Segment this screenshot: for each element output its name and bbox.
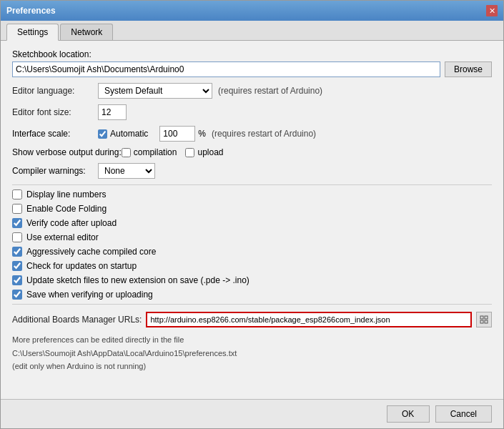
- verify-code-label: Verify code after upload: [26, 218, 117, 228]
- settings-content: Sketchbook location: Browse Editor langu…: [1, 41, 503, 399]
- svg-rect-1: [485, 316, 488, 319]
- expand-icon: [480, 315, 488, 324]
- editor-font-size-input[interactable]: [98, 104, 127, 120]
- title-bar: Preferences ✕: [1, 1, 503, 21]
- check-updates-checkbox[interactable]: [12, 261, 22, 271]
- enable-code-folding-checkbox[interactable]: [12, 204, 22, 214]
- list-item: Save when verifying or uploading: [12, 290, 492, 300]
- browse-button[interactable]: Browse: [445, 61, 492, 77]
- preferences-window: Preferences ✕ Settings Network Sketchboo…: [0, 0, 504, 429]
- display-line-numbers-label: Display line numbers: [26, 189, 106, 199]
- tabs-container: Settings Network: [1, 21, 503, 41]
- svg-rect-3: [485, 320, 488, 323]
- tab-network[interactable]: Network: [60, 24, 113, 40]
- list-item: Check for updates on startup: [12, 261, 492, 271]
- scale-hint: (requires restart of Arduino): [212, 129, 316, 139]
- window-title: Preferences: [6, 6, 56, 16]
- display-line-numbers-checkbox[interactable]: [12, 189, 22, 199]
- verbose-label: Show verbose output during:: [12, 147, 122, 157]
- file-info-section: More preferences can be edited directly …: [12, 333, 492, 373]
- compiler-warnings-row: Compiler warnings: None: [12, 163, 492, 179]
- save-when-verifying-label: Save when verifying or uploading: [26, 290, 153, 300]
- divider: [12, 184, 492, 185]
- compiler-warnings-select[interactable]: None: [98, 163, 155, 179]
- sketchbook-input[interactable]: [12, 61, 440, 77]
- editor-font-size-label: Editor font size:: [12, 107, 98, 117]
- upload-checkbox-label[interactable]: upload: [185, 147, 223, 157]
- list-item: Aggressively cache compiled core: [12, 247, 492, 257]
- boards-manager-input[interactable]: [146, 312, 472, 327]
- divider2: [12, 304, 492, 305]
- close-button[interactable]: ✕: [486, 5, 498, 16]
- interface-scale-label: Interface scale:: [12, 129, 98, 139]
- update-sketch-label: Update sketch files to new extension on …: [26, 275, 249, 285]
- list-item: Update sketch files to new extension on …: [12, 275, 492, 285]
- compilation-checkbox-label[interactable]: compilation: [122, 147, 177, 157]
- aggressively-cache-label: Aggressively cache compiled core: [26, 247, 156, 257]
- file-info-line2: C:\Users\Soumojit Ash\AppData\Local\Ardu…: [12, 347, 492, 360]
- cancel-button[interactable]: Cancel: [435, 405, 492, 423]
- external-editor-label: Use external editor: [26, 232, 99, 242]
- automatic-checkbox-label[interactable]: Automatic: [98, 129, 148, 139]
- list-item: Display line numbers: [12, 189, 492, 199]
- upload-checkbox[interactable]: [185, 148, 194, 157]
- update-sketch-checkbox[interactable]: [12, 275, 22, 285]
- boards-manager-label: Additional Boards Manager URLs:: [12, 315, 142, 325]
- file-info-line3: (edit only when Arduino is not running): [12, 360, 492, 373]
- list-item: Verify code after upload: [12, 218, 492, 228]
- save-when-verifying-checkbox[interactable]: [12, 290, 22, 300]
- editor-language-row: Editor language: System Default (require…: [12, 83, 492, 99]
- external-editor-checkbox[interactable]: [12, 232, 22, 242]
- editor-language-hint: (requires restart of Arduino): [218, 86, 322, 96]
- editor-font-size-row: Editor font size:: [12, 104, 492, 120]
- compiler-warnings-label: Compiler warnings:: [12, 166, 98, 176]
- verify-code-checkbox[interactable]: [12, 218, 22, 228]
- verbose-row: Show verbose output during: compilation …: [12, 147, 492, 157]
- footer: OK Cancel: [1, 399, 503, 428]
- sketchbook-label: Sketchbook location:: [12, 49, 492, 59]
- automatic-checkbox[interactable]: [98, 129, 107, 139]
- boards-manager-row: Additional Boards Manager URLs:: [12, 312, 492, 327]
- editor-language-select[interactable]: System Default: [98, 83, 212, 99]
- boards-manager-expand-button[interactable]: [476, 312, 492, 327]
- ok-button[interactable]: OK: [387, 405, 430, 423]
- editor-language-label: Editor language:: [12, 86, 98, 96]
- tab-settings[interactable]: Settings: [6, 24, 59, 41]
- automatic-label: Automatic: [110, 129, 148, 139]
- interface-scale-row: Interface scale: Automatic % (requires r…: [12, 126, 492, 142]
- scale-unit: %: [198, 129, 206, 139]
- enable-code-folding-label: Enable Code Folding: [26, 204, 107, 214]
- aggressively-cache-checkbox[interactable]: [12, 247, 22, 257]
- check-updates-label: Check for updates on startup: [26, 261, 137, 271]
- list-item: Use external editor: [12, 232, 492, 242]
- boards-manager-section: Additional Boards Manager URLs:: [12, 312, 492, 327]
- upload-label: upload: [197, 147, 223, 157]
- file-info-line1: More preferences can be edited directly …: [12, 333, 492, 347]
- list-item: Enable Code Folding: [12, 204, 492, 214]
- svg-rect-2: [480, 320, 483, 323]
- checkboxes-section: Display line numbers Enable Code Folding…: [12, 189, 492, 300]
- compilation-label: compilation: [134, 147, 177, 157]
- scale-value-input[interactable]: [159, 126, 195, 142]
- svg-rect-0: [480, 316, 483, 319]
- compilation-checkbox[interactable]: [122, 148, 131, 157]
